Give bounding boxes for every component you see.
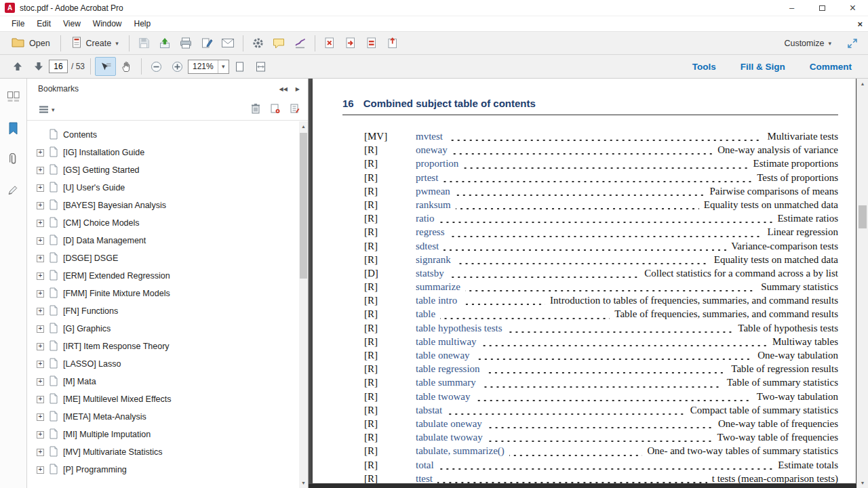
single-page-view-button[interactable] [229, 57, 250, 76]
comment-bubble-button[interactable] [269, 34, 290, 53]
toc-entry[interactable]: [R] ranksum Equality tests on unmatched … [342, 199, 838, 213]
expand-plus-icon[interactable]: + [37, 255, 44, 262]
toc-entry-keyword[interactable]: table twoway [416, 391, 470, 403]
toc-entry[interactable]: [R] oneway One-way analysis of variance [342, 144, 838, 158]
toc-entry-keyword[interactable]: pwmean [416, 186, 450, 197]
minimize-button[interactable]: – [776, 0, 807, 16]
send-file-button[interactable] [155, 34, 176, 53]
menu-help[interactable]: Help [128, 17, 157, 30]
expand-plus-icon[interactable]: + [37, 449, 44, 456]
toc-entry-keyword[interactable]: statsby [416, 268, 444, 279]
email-button[interactable] [218, 34, 239, 53]
maximize-button[interactable] [807, 0, 837, 16]
bookmark-item[interactable]: + [DSGE] DSGE [27, 249, 308, 267]
toc-entry[interactable]: [R] tabulate twoway Two-way table of fre… [342, 432, 838, 445]
bookmark-item[interactable]: + [U] User's Guide [27, 179, 308, 197]
zoom-in-button[interactable] [167, 57, 188, 76]
bookmark-item[interactable]: + [M] Mata [27, 373, 308, 390]
toc-entry[interactable]: [R] table summary Table of summary stati… [342, 377, 838, 390]
toc-entry[interactable]: [MV] mvtest Multivariate tests [342, 131, 838, 144]
expand-plus-icon[interactable]: + [37, 378, 44, 386]
bookmark-item[interactable]: + [META] Meta-Analysis [27, 408, 308, 426]
toc-entry-keyword[interactable]: tabulate, summarize() [416, 445, 505, 457]
expand-plus-icon[interactable]: + [37, 290, 44, 298]
zoom-level-select[interactable]: 121% ▾ [188, 60, 229, 74]
menu-file[interactable]: File [5, 17, 31, 30]
bookmark-item[interactable]: + [FMM] Finite Mixture Models [27, 285, 308, 302]
toc-entry[interactable]: [R] table Table of frequencies, summarie… [342, 308, 838, 322]
toc-entry-keyword[interactable]: table intro [416, 295, 457, 306]
toc-entry[interactable]: [R] tabstat Compact table of summary sta… [342, 405, 838, 418]
toc-entry-keyword[interactable]: ratio [416, 213, 435, 224]
fill-sign-button[interactable]: Fill & Sign [741, 62, 785, 72]
toc-entry[interactable]: [R] tabulate, summarize() One- and two-w… [342, 445, 838, 459]
expand-plus-icon[interactable]: + [37, 167, 44, 174]
expand-plus-icon[interactable]: + [37, 413, 44, 421]
toc-entry-keyword[interactable]: table multiway [416, 336, 477, 348]
toc-entry[interactable]: [R] sdtest Variance-comparison tests [342, 241, 838, 254]
signature-pen-button[interactable] [290, 34, 311, 53]
collapse-panel-icon[interactable]: ◀◀ [279, 86, 288, 92]
scrollbar-thumb[interactable] [300, 133, 307, 279]
export-pdf-tool-button[interactable] [382, 34, 403, 53]
toc-entry-keyword[interactable]: table regression [416, 363, 480, 375]
toc-entry[interactable]: [R] prtest Tests of proportions [342, 172, 838, 186]
bookmark-options-button[interactable]: ▾ [35, 103, 58, 116]
bookmark-item[interactable]: + [D] Data Management [27, 232, 308, 249]
toc-entry-keyword[interactable]: ranksum [416, 199, 451, 211]
expand-plus-icon[interactable]: + [37, 343, 44, 350]
toc-entry-keyword[interactable]: prtest [416, 172, 438, 184]
bookmarks-scrollbar[interactable]: ▲ ▼ [299, 121, 308, 488]
bookmark-item[interactable]: Contents [27, 126, 308, 144]
panel-menu-icon[interactable]: ▶ [296, 86, 300, 92]
expand-plus-icon[interactable]: + [37, 202, 44, 209]
toc-entry-keyword[interactable]: regress [416, 226, 444, 238]
bookmark-item[interactable]: + [IRT] Item Response Theory [27, 338, 308, 355]
extract-pages-tool-button[interactable] [340, 34, 361, 53]
fit-width-view-button[interactable] [250, 57, 271, 76]
toc-entry-keyword[interactable]: oneway [416, 144, 448, 156]
toc-entry[interactable]: [R] signrank Equality tests on matched d… [342, 254, 838, 268]
toc-entry[interactable]: [R] table hypothesis tests Table of hypo… [342, 323, 838, 336]
expand-toolbar-button[interactable] [842, 34, 863, 53]
toc-entry-keyword[interactable]: table [416, 308, 435, 320]
expand-plus-icon[interactable]: + [37, 325, 44, 333]
toc-entry-keyword[interactable]: table summary [416, 377, 476, 388]
hand-tool-button[interactable] [116, 57, 137, 76]
bookmark-item[interactable]: + [P] Programming [27, 461, 308, 479]
tools-button[interactable]: Tools [692, 62, 716, 72]
bookmark-item[interactable]: + [MI] Multiple Imputation [27, 426, 308, 443]
comment-button[interactable]: Comment [810, 62, 852, 72]
toc-entry-keyword[interactable]: total [416, 460, 434, 471]
toc-entry[interactable]: [R] total Estimate totals [342, 460, 838, 473]
toc-entry[interactable]: [R] table twoway Two-way tabulation [342, 391, 838, 405]
toc-entry[interactable]: [R] tabulate oneway One-way table of fre… [342, 418, 838, 432]
bookmark-item[interactable]: + [MV] Multivariate Statistics [27, 443, 308, 461]
toc-entry[interactable]: [R] summarize Summary statistics [342, 281, 838, 295]
expand-plus-icon[interactable]: + [37, 308, 44, 315]
open-button[interactable]: Open [5, 35, 56, 52]
save-button[interactable] [134, 34, 155, 53]
toc-entry[interactable]: [D] statsby Collect statistics for a com… [342, 268, 838, 281]
create-button[interactable]: Create ▾ [65, 34, 125, 53]
document-scrollbar[interactable]: ▲ ▼ [856, 79, 868, 488]
toc-entry-keyword[interactable]: tabstat [416, 405, 442, 416]
page-number-input[interactable] [49, 60, 68, 73]
scroll-down-icon[interactable]: ▼ [301, 478, 306, 488]
expand-plus-icon[interactable]: + [37, 272, 44, 280]
previous-page-button[interactable] [7, 57, 28, 76]
expand-plus-icon[interactable]: + [37, 396, 44, 403]
sign-document-button[interactable] [197, 34, 218, 53]
page-thumbnails-icon[interactable] [5, 88, 22, 106]
toc-entry-keyword[interactable]: tabulate twoway [416, 432, 483, 443]
attachments-paperclip-icon[interactable] [5, 150, 22, 168]
scroll-down-icon[interactable]: ▼ [861, 478, 865, 488]
signatures-pen-icon[interactable] [5, 182, 22, 199]
bookmark-item[interactable]: + [G] Graphics [27, 320, 308, 338]
print-button[interactable] [176, 34, 197, 53]
toc-entry[interactable]: [R] ttest t tests (mean-comparison tests… [342, 473, 838, 483]
scrollbar-thumb[interactable] [859, 205, 867, 228]
toc-entry-keyword[interactable]: proportion [416, 158, 458, 169]
expand-plus-icon[interactable]: + [37, 220, 44, 227]
toc-entry-keyword[interactable]: summarize [416, 281, 460, 293]
